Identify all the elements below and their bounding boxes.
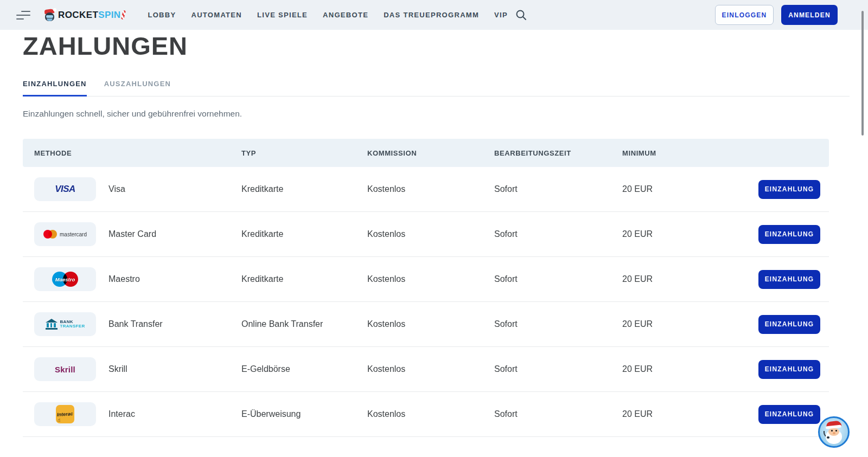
maestro-method-icon: Maestro: [34, 267, 96, 291]
bank-building-icon: [46, 319, 58, 330]
table-row: BANKTRANSFER Bank Transfer Online Bank T…: [23, 302, 829, 347]
candy-cane-icon: [121, 10, 126, 20]
search-icon[interactable]: [515, 9, 527, 21]
method-name: Visa: [108, 184, 241, 194]
method-minimum: 20 EUR: [622, 319, 758, 329]
page-title: ZAHLUNGEN: [23, 33, 850, 60]
bank-transfer-logo: BANKTRANSFER: [46, 319, 85, 330]
support-chat-santa-avatar[interactable]: [818, 416, 850, 448]
payment-methods-table: METHODETYPKOMMISSIONBEARBEITUNGSZEITMINI…: [23, 139, 829, 437]
method-commission: Kostenlos: [367, 229, 494, 239]
nav-item-lobby[interactable]: LOBBY: [148, 11, 176, 19]
table-header-row: METHODETYPKOMMISSIONBEARBEITUNGSZEITMINI…: [23, 139, 829, 167]
rocketspin-logo[interactable]: ROCKETSPIN: [44, 8, 125, 22]
method-type: E-Überweisung: [241, 409, 367, 419]
signup-button[interactable]: ANMELDEN: [781, 5, 838, 25]
column-header: METHODE: [34, 149, 241, 157]
skrill-method-icon: Skrill: [34, 357, 96, 381]
method-processing-time: Sofort: [494, 229, 622, 239]
tab-auszahlungen[interactable]: AUSZAHLUNGEN: [104, 80, 171, 96]
bank-transfer-method-icon: BANKTRANSFER: [34, 312, 96, 336]
method-commission: Kostenlos: [367, 184, 494, 194]
method-commission: Kostenlos: [367, 274, 494, 284]
mastercard-logo: mastercard: [43, 230, 87, 239]
nav-item-automaten[interactable]: AUTOMATEN: [191, 11, 242, 19]
page-subtitle: Einzahlungen schnell, sicher und gebühre…: [23, 109, 850, 119]
method-type: Kreditkarte: [241, 184, 367, 194]
method-processing-time: Sofort: [494, 274, 622, 284]
column-header: TYP: [241, 149, 367, 157]
payments-page: ZAHLUNGEN EINZAHLUNGENAUSZAHLUNGEN Einza…: [0, 30, 868, 437]
method-commission: Kostenlos: [367, 319, 494, 329]
method-minimum: 20 EUR: [622, 229, 758, 239]
payments-tabs: EINZAHLUNGENAUSZAHLUNGEN: [23, 80, 850, 96]
deposit-button[interactable]: EINZAHLUNG: [758, 315, 820, 334]
deposit-button[interactable]: EINZAHLUNG: [758, 225, 820, 244]
method-minimum: 20 EUR: [622, 364, 758, 374]
mascot-santa-icon: [44, 8, 55, 22]
method-commission: Kostenlos: [367, 409, 494, 419]
method-minimum: 20 EUR: [622, 409, 758, 419]
menu-hamburger-icon[interactable]: [16, 11, 30, 20]
interac-method-icon: Interac☝: [34, 402, 96, 426]
logo-text: ROCKETSPIN: [58, 10, 120, 21]
deposit-button[interactable]: EINZAHLUNG: [758, 405, 820, 424]
tab-einzahlungen[interactable]: EINZAHLUNGEN: [23, 80, 87, 96]
column-header: MINIMUM: [622, 149, 829, 157]
method-type: E-Geldbörse: [241, 364, 367, 374]
account-actions: EINLOGGEN ANMELDEN: [715, 5, 852, 25]
method-processing-time: Sofort: [494, 184, 622, 194]
nav-menu: LOBBYAUTOMATENLIVE SPIELEANGEBOTEDAS TRE…: [148, 11, 507, 19]
vertical-scrollbar-thumb[interactable]: [861, 11, 864, 136]
nav-item-treueprogramm[interactable]: DAS TREUEPROGRAMM: [384, 11, 479, 19]
method-name: Skrill: [108, 364, 241, 374]
deposit-button[interactable]: EINZAHLUNG: [758, 180, 820, 199]
mastercard-method-icon: mastercard: [34, 222, 96, 246]
method-name: Bank Transfer: [108, 319, 241, 329]
table-row: mastercard Master Card Kreditkarte Koste…: [23, 212, 829, 257]
method-processing-time: Sofort: [494, 409, 622, 419]
method-processing-time: Sofort: [494, 364, 622, 374]
method-type: Kreditkarte: [241, 274, 367, 284]
deposit-button[interactable]: EINZAHLUNG: [758, 270, 820, 289]
skrill-logo: Skrill: [55, 365, 75, 374]
top-navigation-bar: ROCKETSPIN LOBBYAUTOMATENLIVE SPIELEANGE…: [0, 0, 868, 30]
nav-item-live-spiele[interactable]: LIVE SPIELE: [257, 11, 308, 19]
method-name: Maestro: [108, 274, 241, 284]
table-row: Skrill Skrill E-Geldbörse Kostenlos Sofo…: [23, 347, 829, 392]
visa-logo: VISA: [55, 184, 75, 195]
method-minimum: 20 EUR: [622, 184, 758, 194]
method-minimum: 20 EUR: [622, 274, 758, 284]
method-name: Interac: [108, 409, 241, 419]
payments-table-body: VISA Visa Kreditkarte Kostenlos Sofort 2…: [23, 167, 829, 437]
table-row: VISA Visa Kreditkarte Kostenlos Sofort 2…: [23, 167, 829, 212]
method-name: Master Card: [108, 229, 241, 239]
table-row: Interac☝ Interac E-Überweisung Kostenlos…: [23, 392, 829, 437]
nav-item-angebote[interactable]: ANGEBOTE: [323, 11, 368, 19]
interac-logo: Interac☝: [56, 405, 74, 423]
table-row: Maestro Maestro Kreditkarte Kostenlos So…: [23, 257, 829, 302]
method-type: Online Bank Transfer: [241, 319, 367, 329]
deposit-button[interactable]: EINZAHLUNG: [758, 360, 820, 379]
nav-item-vip[interactable]: VIP: [494, 11, 508, 19]
method-commission: Kostenlos: [367, 364, 494, 374]
column-header: KOMMISSION: [367, 149, 494, 157]
method-type: Kreditkarte: [241, 229, 367, 239]
maestro-logo: Maestro: [52, 272, 78, 287]
visa-method-icon: VISA: [34, 177, 96, 201]
santa-icon: [820, 418, 848, 446]
method-processing-time: Sofort: [494, 319, 622, 329]
login-button[interactable]: EINLOGGEN: [715, 5, 774, 25]
column-header: BEARBEITUNGSZEIT: [494, 149, 622, 157]
